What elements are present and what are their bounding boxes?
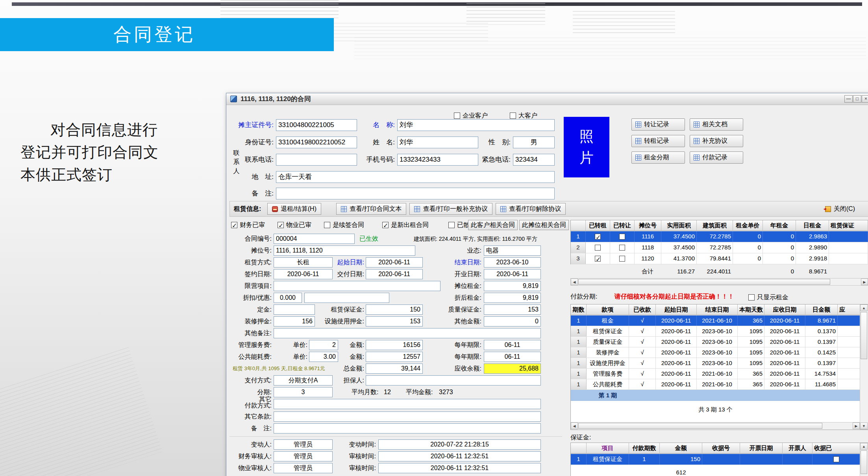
- stall-rent-input[interactable]: 9,819: [484, 281, 541, 291]
- installment-row[interactable]: 1 管理服务费 √ 2020-06-11 2021-06-10 365 2020…: [571, 369, 868, 379]
- owner-id-input[interactable]: 331004800221005: [276, 119, 357, 131]
- close-window-button[interactable]: 关闭(C): [821, 203, 859, 215]
- mgmt-amount-input[interactable]: 16156: [366, 340, 423, 350]
- checkbox-icon[interactable]: [510, 113, 516, 119]
- checkbox-checked-icon[interactable]: [278, 222, 284, 228]
- gender-input[interactable]: 男: [513, 137, 555, 148]
- other-pay-input[interactable]: [274, 399, 541, 409]
- other-amount-input[interactable]: 0: [484, 316, 541, 327]
- related-docs-button[interactable]: 相关文档: [690, 118, 743, 131]
- installment-input[interactable]: 3: [274, 387, 333, 397]
- property-audit-time-input[interactable]: 2020-06-11 12:32:51: [378, 463, 541, 473]
- deposit-row[interactable]: 1 租赁保证金 1 150: [571, 454, 868, 465]
- pay-mode-input[interactable]: 分期支付A: [274, 375, 333, 386]
- person-name-input[interactable]: 刘华: [397, 137, 478, 148]
- finance-auditor-input[interactable]: 管理员: [274, 451, 333, 461]
- earnest-input[interactable]: [274, 304, 315, 315]
- mgmt-period-input[interactable]: 06-11: [484, 340, 541, 350]
- column-header[interactable]: 本期天数: [738, 304, 764, 315]
- column-header[interactable]: 日租金: [796, 220, 829, 231]
- print-cancel-agreement-button[interactable]: 查看/打印解除协议: [496, 203, 566, 215]
- column-header[interactable]: 项目: [587, 443, 629, 454]
- column-header[interactable]: 年租金: [763, 220, 796, 231]
- column-header[interactable]: 金额: [660, 443, 702, 454]
- total-amount-input[interactable]: 39,144: [366, 363, 423, 374]
- renovation-deposit-input[interactable]: 156: [274, 316, 315, 327]
- scroll-right-icon[interactable]: ▶: [853, 422, 860, 429]
- energy-amount-input[interactable]: 12557: [366, 352, 423, 362]
- checkbox-icon[interactable]: [619, 256, 625, 262]
- modify-time-input[interactable]: 2020-07-22 21:28:15: [378, 439, 541, 450]
- supplement-agreement-button[interactable]: 补充协议: [690, 135, 743, 147]
- column-header[interactable]: 租金单价: [733, 220, 763, 231]
- print-contract-button[interactable]: 查看/打印合同文本: [336, 203, 406, 215]
- installment-row[interactable]: 1 租赁保证金 √ 2020-06-11 2023-06-10 1095 202…: [571, 326, 868, 337]
- energy-period-input[interactable]: 06-11: [484, 352, 541, 362]
- column-header[interactable]: 已转让: [610, 220, 635, 231]
- installment-row[interactable]: 1 公共能耗费 √ 2020-06-11 2021-06-10 365 2020…: [571, 379, 868, 390]
- scroll-up-icon[interactable]: ▲: [860, 304, 868, 311]
- facility-deposit-input[interactable]: 153: [366, 316, 423, 327]
- balance-input[interactable]: 25,688: [484, 363, 541, 374]
- column-header[interactable]: 实用面积: [661, 220, 697, 231]
- column-header[interactable]: [571, 220, 586, 231]
- note-input[interactable]: [274, 423, 541, 434]
- scroll-thumb[interactable]: [578, 279, 830, 285]
- stall-horizontal-scrollbar[interactable]: ◀ ▶: [570, 278, 868, 286]
- idcard-input[interactable]: 331004198002210052: [276, 137, 357, 148]
- checkbox-checked-icon[interactable]: [595, 234, 601, 240]
- minimize-button[interactable]: —: [844, 95, 853, 103]
- payment-records-button[interactable]: 付款记录: [690, 151, 743, 164]
- open-date-input[interactable]: 2020-06-11: [484, 269, 541, 279]
- renewal-contract-checkbox[interactable]: 是续签合同: [324, 220, 364, 230]
- scroll-right-icon[interactable]: ▶: [861, 279, 868, 285]
- mobile-input[interactable]: 13323423433: [397, 154, 478, 166]
- column-header[interactable]: 开票人: [783, 443, 812, 454]
- maximize-button[interactable]: □: [853, 95, 861, 103]
- column-header[interactable]: 租赁保证: [829, 220, 868, 231]
- checkbox-checked-icon[interactable]: [595, 256, 601, 262]
- checkbox-icon[interactable]: [833, 456, 839, 462]
- start-date-input[interactable]: 2020-06-11: [366, 257, 423, 268]
- lease-deposit-input[interactable]: 150: [366, 304, 423, 315]
- deliver-date-input[interactable]: 2020-06-11: [366, 269, 423, 279]
- column-header[interactable]: 日金额: [805, 304, 838, 315]
- terminate-settle-button[interactable]: 退租/结算(H): [267, 203, 321, 215]
- property-auditor-input[interactable]: 管理员: [274, 463, 333, 473]
- checkbox-checked-icon[interactable]: [231, 222, 237, 228]
- stalls-input[interactable]: 1116, 1118, 1120: [274, 245, 415, 256]
- other-terms-input[interactable]: [274, 411, 541, 422]
- scroll-left-icon[interactable]: ◀: [571, 279, 578, 285]
- new-lease-checkbox[interactable]: 是新出租合同: [382, 220, 429, 230]
- rent-only-checkbox[interactable]: 只显示租金: [748, 292, 788, 303]
- installments-vertical-scrollbar[interactable]: ▲ ▼: [860, 304, 868, 430]
- column-header[interactable]: 起始日期: [656, 304, 697, 315]
- installments-horizontal-scrollbar[interactable]: ◀ ▶: [571, 422, 860, 430]
- installment-row[interactable]: 1 设施使用押金 √ 2020-06-11 2023-06-10 1095 20…: [571, 358, 868, 369]
- contact-remark-input[interactable]: [276, 188, 555, 199]
- sign-date-input[interactable]: 2020-06-11: [274, 269, 333, 279]
- stall-table-row[interactable]: 2 1118 37.4500 72.2785 0 0 2.9890: [571, 242, 868, 253]
- quality-deposit-input[interactable]: 153: [484, 304, 541, 315]
- window-titlebar[interactable]: 1116, 1118, 1120的合同 — □ ×: [226, 93, 868, 105]
- checkbox-icon[interactable]: [448, 222, 455, 228]
- column-header[interactable]: 结束日期: [697, 304, 738, 315]
- discount-input[interactable]: 0.000: [274, 293, 302, 303]
- column-header[interactable]: 开票日期: [740, 443, 783, 454]
- scroll-left-icon[interactable]: ◀: [571, 422, 578, 429]
- checkbox-icon[interactable]: [619, 234, 625, 240]
- modifier-input[interactable]: 管理员: [274, 439, 333, 450]
- business-type-input[interactable]: 电器: [484, 245, 541, 256]
- column-header[interactable]: 应: [838, 304, 860, 315]
- column-header[interactable]: 建筑面积: [697, 220, 733, 231]
- customer-related-contracts-button[interactable]: 此客户相关合同: [468, 220, 518, 230]
- scroll-up-icon[interactable]: ▲: [860, 443, 868, 450]
- installment-row[interactable]: 1 装修押金 √ 2020-06-11 2023-06-10 1095 2020…: [571, 347, 868, 358]
- contract-code-input[interactable]: 000004: [274, 234, 355, 244]
- rent-installment-button[interactable]: 租金分期: [631, 151, 685, 164]
- checkbox-icon[interactable]: [595, 245, 601, 251]
- emergency-input[interactable]: 323434: [513, 154, 555, 166]
- column-header[interactable]: 摊位号: [635, 220, 661, 231]
- end-date-input[interactable]: 2023-06-10: [484, 257, 541, 268]
- lease-mode-input[interactable]: 长租: [274, 257, 333, 268]
